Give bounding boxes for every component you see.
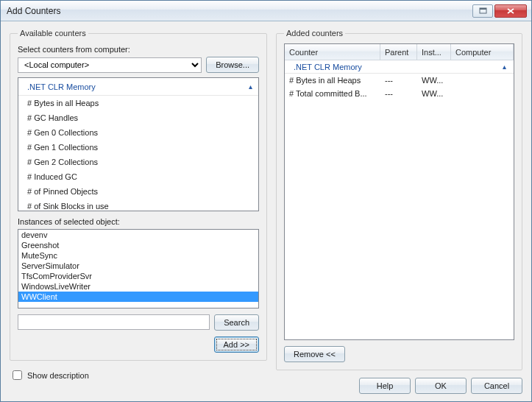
added-counters-group: Added counters Counter Parent Inst... Co… <box>276 29 522 370</box>
cancel-button[interactable]: Cancel <box>471 378 522 394</box>
instances-listbox[interactable]: devenv Greenshot MuteSync ServerSimulato… <box>18 229 259 308</box>
counter-item[interactable]: # GC Handles <box>18 110 258 125</box>
show-description-checkbox[interactable] <box>13 370 22 380</box>
counter-item[interactable]: # Gen 2 Collections <box>18 155 258 169</box>
cell-instance: WW... <box>417 87 451 100</box>
search-button[interactable]: Search <box>214 314 259 331</box>
content: Available counters Select counters from … <box>1 21 531 401</box>
added-group-row[interactable]: .NET CLR Memory ▴ <box>285 60 514 74</box>
instance-item[interactable]: ServerSimulator <box>18 261 258 271</box>
instances-label: Instances of selected object: <box>18 217 259 226</box>
titlebar: Add Counters <box>1 1 531 21</box>
added-row[interactable]: # Bytes in all Heaps --- WW... <box>285 74 514 87</box>
select-computer-label: Select counters from computer: <box>18 45 259 54</box>
show-description-label: Show description <box>27 371 89 380</box>
remove-button[interactable]: Remove << <box>284 346 345 362</box>
counter-item[interactable]: # Gen 0 Collections <box>18 125 258 140</box>
search-input[interactable] <box>18 314 210 330</box>
svg-rect-1 <box>480 8 486 10</box>
added-row[interactable]: # Total committed B... --- WW... <box>285 87 514 100</box>
added-counters-grid[interactable]: Counter Parent Inst... Computer .NET CLR… <box>284 43 514 340</box>
close-button[interactable] <box>494 4 527 18</box>
available-counters-legend: Available counters <box>18 29 88 38</box>
instance-item[interactable]: MuteSync <box>18 250 258 261</box>
instance-item[interactable]: WindowsLiveWriter <box>18 281 258 292</box>
add-counters-window: Add Counters Available counters Select c… <box>0 0 532 402</box>
browse-button[interactable]: Browse... <box>206 57 259 73</box>
chevron-up-icon: ▴ <box>503 60 506 73</box>
instance-item[interactable]: Greenshot <box>18 240 258 250</box>
cell-computer <box>451 74 514 87</box>
counter-group-name: .NET CLR Memory <box>27 82 96 91</box>
counter-item[interactable]: # of Sink Blocks in use <box>18 199 258 211</box>
instance-item[interactable]: devenv <box>18 230 258 240</box>
chevron-up-icon: ▴ <box>249 82 252 91</box>
col-counter[interactable]: Counter <box>285 44 380 60</box>
cell-computer <box>451 87 514 100</box>
right-column: Added counters Counter Parent Inst... Co… <box>276 29 522 394</box>
added-counters-legend: Added counters <box>284 29 345 38</box>
counter-item[interactable]: # Bytes in all Heaps <box>18 96 258 110</box>
grid-body: .NET CLR Memory ▴ # Bytes in all Heaps -… <box>285 60 514 339</box>
available-counters-group: Available counters Select counters from … <box>10 29 267 361</box>
cell-parent: --- <box>380 87 417 100</box>
left-column: Available counters Select counters from … <box>10 29 267 394</box>
window-title: Add Counters <box>7 6 471 16</box>
counters-tree[interactable]: .NET CLR Memory ▴ # Bytes in all Heaps #… <box>18 77 259 211</box>
context-help-button[interactable] <box>472 4 493 18</box>
counter-item[interactable]: # Induced GC <box>18 169 258 184</box>
cell-counter: # Total committed B... <box>285 87 380 100</box>
help-button[interactable]: Help <box>359 378 411 394</box>
col-parent[interactable]: Parent <box>380 44 417 60</box>
col-instance[interactable]: Inst... <box>417 44 451 60</box>
counter-item[interactable]: # of Pinned Objects <box>18 184 258 199</box>
cell-instance: WW... <box>417 74 451 87</box>
counter-group-header[interactable]: .NET CLR Memory ▴ <box>18 78 258 96</box>
instance-item[interactable]: WWClient <box>18 292 258 302</box>
add-button[interactable]: Add >> <box>214 336 259 353</box>
ok-button[interactable]: OK <box>415 378 467 394</box>
grid-header: Counter Parent Inst... Computer <box>285 44 514 60</box>
instance-item[interactable]: TfsComProviderSvr <box>18 271 258 281</box>
computer-combo[interactable]: <Local computer> <box>18 57 202 73</box>
cell-counter: # Bytes in all Heaps <box>285 74 380 87</box>
counter-item[interactable]: # Gen 1 Collections <box>18 140 258 155</box>
cell-parent: --- <box>380 74 417 87</box>
col-computer[interactable]: Computer <box>451 44 514 60</box>
added-group-name: .NET CLR Memory <box>285 60 366 73</box>
dialog-footer: Help OK Cancel <box>276 378 522 394</box>
